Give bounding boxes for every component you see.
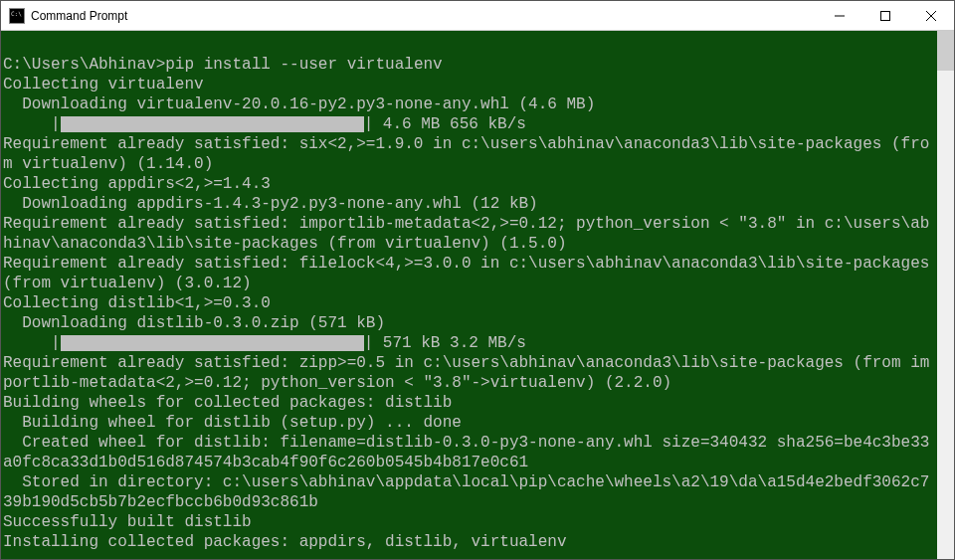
output-line: Created wheel for distlib: filename=dist… [3, 433, 937, 472]
svg-rect-0 [881, 11, 890, 20]
command-prompt-window: Command Prompt C:\Users\Abhinav>pip inst… [0, 0, 955, 560]
blank-line [3, 35, 937, 55]
progress-line: || 571 kB 3.2 MB/s [3, 333, 937, 353]
window-controls [817, 1, 954, 30]
progress-suffix: | 4.6 MB 656 kB/s [364, 115, 526, 133]
output-line: Requirement already satisfied: zipp>=0.5… [3, 353, 937, 393]
output-line: Building wheel for distlib (setup.py) ..… [3, 413, 937, 433]
output-line: Successfully built distlib [3, 512, 937, 532]
maximize-icon [880, 11, 890, 21]
output-line: Downloading virtualenv-20.0.16-py2.py3-n… [3, 94, 937, 114]
content-area: C:\Users\Abhinav>pip install --user virt… [1, 31, 954, 559]
titlebar[interactable]: Command Prompt [1, 1, 954, 31]
progress-bar [61, 335, 364, 351]
prompt: C:\Users\Abhinav> [3, 56, 165, 74]
window-title: Command Prompt [31, 9, 127, 23]
minimize-button[interactable] [817, 1, 862, 30]
progress-prefix: | [3, 334, 61, 352]
output-line: Building wheels for collected packages: … [3, 393, 937, 413]
app-icon [9, 8, 25, 24]
output-line: Requirement already satisfied: filelock<… [3, 254, 937, 293]
output-line: Collecting appdirs<2,>=1.4.3 [3, 174, 937, 194]
output-line: Collecting distlib<1,>=0.3.0 [3, 293, 937, 313]
output-line: Installing collected packages: appdirs, … [3, 532, 937, 552]
output-line: Requirement already satisfied: six<2,>=1… [3, 134, 937, 174]
output-line: Downloading appdirs-1.4.3-py2.py3-none-a… [3, 194, 937, 214]
prompt-line: C:\Users\Abhinav>pip install --user virt… [3, 55, 937, 75]
output-line: Collecting virtualenv [3, 75, 937, 94]
close-button[interactable] [908, 1, 954, 30]
progress-prefix: | [3, 115, 61, 133]
progress-suffix: | 571 kB 3.2 MB/s [364, 334, 526, 352]
command-text: pip install --user virtualenv [165, 56, 442, 74]
vertical-scrollbar[interactable] [937, 31, 954, 559]
close-icon [926, 11, 936, 21]
progress-line: || 4.6 MB 656 kB/s [3, 114, 937, 134]
maximize-button[interactable] [862, 1, 908, 30]
terminal-output[interactable]: C:\Users\Abhinav>pip install --user virt… [1, 31, 937, 559]
minimize-icon [835, 11, 845, 21]
progress-bar [61, 116, 364, 132]
scrollbar-thumb[interactable] [937, 31, 954, 71]
output-line: Requirement already satisfied: importlib… [3, 214, 937, 254]
output-line: Stored in directory: c:\users\abhinav\ap… [3, 472, 937, 512]
output-line: Downloading distlib-0.3.0.zip (571 kB) [3, 313, 937, 333]
